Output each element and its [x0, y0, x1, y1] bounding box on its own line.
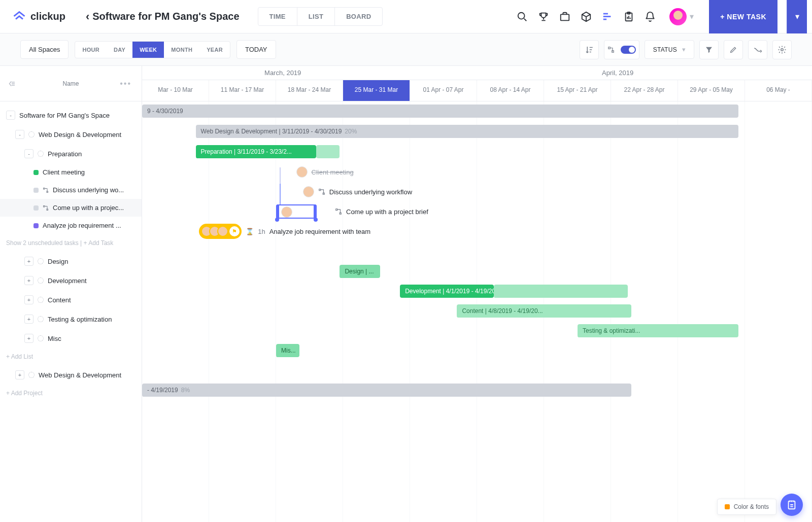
- zoom-day[interactable]: DAY: [107, 42, 132, 58]
- tree-node[interactable]: Discuss underlying wo...: [0, 181, 142, 199]
- search-icon[interactable]: [516, 11, 528, 23]
- new-task-button[interactable]: + NEW TASK: [709, 0, 777, 33]
- week-cell[interactable]: 08 Apr - 14 Apr: [477, 80, 544, 101]
- expand-icon[interactable]: -: [24, 149, 33, 158]
- tree-node[interactable]: -Web Design & Development: [0, 125, 142, 144]
- bar-content[interactable]: Content | 4/8/2019 - 4/19/20...: [457, 304, 631, 318]
- path-icon[interactable]: [748, 40, 767, 59]
- bar-misc[interactable]: Mis...: [276, 344, 299, 357]
- tree-node[interactable]: +Web Design & Development: [0, 365, 142, 385]
- week-cell[interactable]: 18 Mar - 24 Mar: [276, 80, 343, 101]
- avatar: [303, 186, 314, 197]
- tree-node-label: Content: [48, 296, 71, 304]
- task-client-meeting[interactable]: Client meeting: [296, 165, 354, 179]
- week-cell[interactable]: 25 Mar - 31 Mar: [343, 80, 410, 101]
- tree-node[interactable]: +Testing & optimization: [0, 309, 142, 329]
- tree-node[interactable]: +Design: [0, 252, 142, 271]
- tree-extra[interactable]: + Add List: [0, 348, 142, 365]
- tree-node[interactable]: -Preparation: [0, 144, 142, 163]
- expand-icon[interactable]: +: [24, 257, 33, 266]
- subtask-icon: [43, 187, 49, 193]
- gantt-chart[interactable]: March, 2019 April, 2019 Mar - 10 Mar11 M…: [142, 66, 812, 522]
- notepad-fab[interactable]: [781, 494, 803, 516]
- toggle-switch[interactable]: [621, 46, 636, 54]
- week-cell[interactable]: 29 Apr - 05 May: [678, 80, 745, 101]
- bar-preparation-ghost: [316, 145, 340, 158]
- logo[interactable]: clickup: [12, 10, 65, 24]
- expand-icon[interactable]: +: [15, 370, 24, 379]
- color-fonts-panel[interactable]: Color & fonts: [717, 499, 776, 515]
- breadcrumb[interactable]: ‹ Software for PM Gang's Space: [86, 10, 240, 23]
- expand-icon[interactable]: -: [6, 111, 15, 120]
- bar-wdd[interactable]: Web Design & Development | 3/11/2019 - 4…: [196, 125, 738, 138]
- task-comeup[interactable]: Come up with a project brief: [276, 205, 428, 218]
- tab-board[interactable]: BOARD: [335, 8, 382, 25]
- sort-icon[interactable]: [580, 40, 599, 59]
- tree-node[interactable]: Analyze job requirement ...: [0, 217, 142, 234]
- expand-icon[interactable]: +: [24, 276, 33, 285]
- gantt-icon[interactable]: [601, 11, 614, 23]
- week-cell[interactable]: 15 Apr - 21 Apr: [544, 80, 611, 101]
- dependency-line: [280, 184, 281, 204]
- tree-node[interactable]: +Content: [0, 290, 142, 309]
- bar-preparation[interactable]: Preparation | 3/11/2019 - 3/23/2...: [196, 145, 317, 158]
- spaces-selector[interactable]: All Spaces: [20, 40, 69, 59]
- header-actions: ▾ + NEW TASK ▾: [516, 0, 807, 33]
- bar-design[interactable]: Design | ...: [340, 265, 380, 278]
- tree-extra[interactable]: + Add Project: [0, 385, 142, 402]
- week-cell[interactable]: 11 Mar - 17 Mar: [209, 80, 276, 101]
- today-button[interactable]: TODAY: [236, 40, 276, 59]
- svg-rect-1: [561, 14, 569, 20]
- expand-icon[interactable]: -: [15, 130, 24, 139]
- cube-icon[interactable]: [580, 11, 592, 23]
- zoom-year[interactable]: YEAR: [199, 42, 230, 58]
- expand-icon[interactable]: +: [24, 295, 33, 304]
- tree-node[interactable]: Client meeting: [0, 163, 142, 181]
- tree-node-label: Web Design & Development: [39, 371, 121, 379]
- subtask-toggle[interactable]: [604, 40, 639, 59]
- filter-icon[interactable]: [699, 40, 719, 59]
- bar-testing[interactable]: Testing & optimizati...: [578, 324, 738, 337]
- week-cell[interactable]: 01 Apr - 07 Apr: [410, 80, 477, 101]
- tree-node[interactable]: -Software for PM Gang's Space: [0, 106, 142, 125]
- expand-icon[interactable]: +: [24, 315, 33, 324]
- tree-node[interactable]: +Development: [0, 271, 142, 290]
- week-cell[interactable]: 06 May -: [745, 80, 812, 101]
- gear-icon[interactable]: [772, 40, 792, 59]
- bar-development[interactable]: Development | 4/1/2019 - 4/19/2019: [400, 285, 494, 298]
- pencil-icon[interactable]: [724, 40, 743, 59]
- tree-node-label: Web Design & Development: [39, 131, 121, 138]
- expand-icon[interactable]: +: [24, 334, 33, 343]
- zoom-month[interactable]: MONTH: [164, 42, 199, 58]
- sidebar-header: Name •••: [0, 66, 142, 101]
- clipboard-icon[interactable]: [623, 11, 635, 23]
- selected-bar[interactable]: [276, 204, 317, 219]
- tree-extra[interactable]: Show 2 unscheduled tasks | + Add Task: [0, 234, 142, 252]
- tree-node-label: Testing & optimization: [48, 316, 112, 323]
- new-task-dropdown[interactable]: ▾: [787, 0, 807, 33]
- user-menu[interactable]: ▾: [669, 8, 694, 25]
- month-label: April, 2019: [423, 66, 812, 80]
- chevron-left-icon[interactable]: ‹: [86, 10, 89, 23]
- assignee-group[interactable]: ⚑: [199, 224, 242, 239]
- bar-wdd2[interactable]: - 4/19/20198%: [142, 384, 631, 397]
- status-dropdown[interactable]: STATUS▾: [645, 40, 694, 59]
- task-discuss[interactable]: Discuss underlying workflow: [303, 185, 412, 198]
- bell-icon[interactable]: [644, 11, 656, 23]
- tab-list[interactable]: LIST: [297, 8, 335, 25]
- trophy-icon[interactable]: [537, 11, 550, 23]
- more-icon[interactable]: •••: [120, 79, 131, 88]
- bar-root[interactable]: 9 - 4/30/2019: [142, 105, 738, 118]
- collapse-icon[interactable]: [7, 79, 16, 88]
- briefcase-icon[interactable]: [559, 11, 571, 23]
- tab-time[interactable]: TIME: [258, 8, 297, 25]
- task-analyze[interactable]: ⚑ ⌛ 1h Analyze job requirement with team: [199, 225, 370, 238]
- tree-node[interactable]: Come up with a projec...: [0, 199, 142, 217]
- tree-node[interactable]: +Misc: [0, 329, 142, 348]
- week-cell[interactable]: Mar - 10 Mar: [142, 80, 209, 101]
- zoom-hour[interactable]: HOUR: [75, 42, 107, 58]
- zoom-week[interactable]: WEEK: [132, 42, 164, 58]
- tree-node-label: Misc: [48, 335, 61, 342]
- toolbar-right: STATUS▾: [580, 40, 792, 59]
- week-cell[interactable]: 22 Apr - 28 Apr: [611, 80, 678, 101]
